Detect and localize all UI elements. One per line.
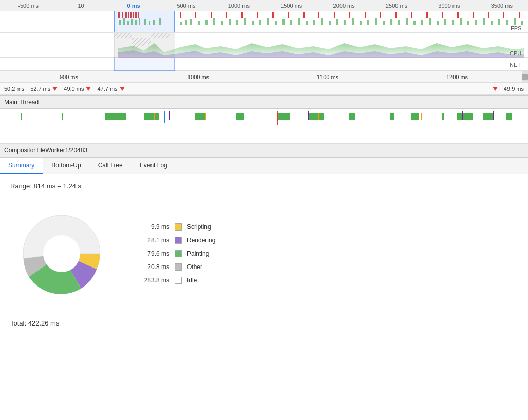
cpu-chart: CPU: [0, 33, 528, 58]
svg-rect-108: [105, 113, 126, 120]
tab-summary[interactable]: Summary: [0, 158, 43, 174]
tab-bottom-up[interactable]: Bottom-Up: [43, 158, 89, 174]
svg-rect-133: [144, 111, 144, 120]
svg-rect-118: [457, 113, 473, 120]
svg-rect-53: [267, 18, 269, 25]
legend-other-value: 20.8 ms: [134, 263, 169, 271]
svg-rect-47: [221, 21, 223, 25]
svg-rect-48: [229, 19, 231, 25]
svg-rect-138: [493, 111, 494, 120]
svg-rect-70: [398, 20, 400, 25]
svg-rect-52: [259, 20, 261, 25]
svg-rect-122: [64, 111, 64, 123]
svg-rect-68: [383, 21, 385, 25]
svg-rect-134: [169, 111, 170, 120]
legend-scripting-swatch: [175, 223, 182, 231]
svg-rect-113: [308, 113, 324, 120]
svg-rect-83: [498, 19, 500, 25]
compositor-header: CompositorTileWorker1/20483: [0, 144, 528, 157]
svg-rect-15: [288, 12, 289, 18]
svg-rect-121: [23, 111, 23, 123]
zoom-ruler: 900 ms 1000 ms 1100 ms 1200 ms: [0, 71, 528, 83]
svg-rect-65: [360, 21, 362, 25]
frame-time-3: 47.7 ms: [97, 86, 124, 92]
legend-rendering-swatch: [175, 237, 182, 244]
cpu-label: CPU: [510, 50, 521, 56]
svg-rect-109: [144, 113, 159, 120]
svg-rect-77: [452, 20, 454, 25]
svg-rect-51: [252, 21, 254, 25]
ruler-label-6: 2000 ms: [317, 3, 370, 9]
zoom-label-0: 900 ms: [4, 74, 134, 80]
svg-rect-80: [475, 20, 477, 25]
frame-warning-icon-2: [86, 87, 91, 91]
svg-rect-142: [318, 113, 319, 120]
svg-rect-120: [506, 113, 512, 120]
summary-content: Range: 814 ms – 1.24 s: [0, 174, 528, 335]
summary-panel: Summary Bottom-Up Call Tree Event Log Ra…: [0, 157, 528, 357]
svg-point-149: [43, 235, 80, 272]
svg-rect-64: [352, 18, 354, 25]
legend-idle: 283.8 ms Idle: [134, 277, 215, 284]
legend-painting-swatch: [175, 250, 182, 257]
svg-rect-22: [395, 12, 397, 18]
svg-rect-124: [134, 111, 134, 123]
svg-rect-112: [277, 113, 290, 120]
net-label: NET: [510, 62, 521, 68]
ruler-label-7: 2500 ms: [370, 3, 423, 9]
svg-rect-147: [277, 111, 278, 125]
net-chart: NET: [0, 58, 528, 71]
svg-rect-141: [257, 113, 257, 120]
svg-rect-61: [329, 21, 331, 25]
svg-rect-44: [198, 21, 200, 25]
svg-rect-45: [205, 20, 208, 25]
svg-rect-18: [334, 12, 335, 18]
ruler-label-9: 3500 ms: [476, 3, 528, 9]
ruler-labels: -500 ms 10 0 ms 500 ms 1000 ms 1500 ms 2…: [0, 3, 528, 9]
svg-rect-66: [367, 20, 369, 25]
tab-event-log[interactable]: Event Log: [131, 158, 176, 174]
svg-rect-67: [375, 18, 377, 25]
pie-chart-svg: [10, 202, 113, 305]
total-label: Total: 422.26 ms: [10, 319, 518, 327]
svg-rect-69: [390, 19, 392, 25]
svg-rect-78: [460, 18, 462, 25]
summary-chart-area: 9.9 ms Scripting 28.1 ms Rendering 79.6 …: [10, 202, 518, 305]
svg-rect-136: [308, 111, 309, 120]
svg-rect-58: [306, 21, 308, 25]
svg-rect-21: [380, 12, 381, 18]
svg-rect-132: [26, 111, 26, 120]
frame-time-2: 49.0 ms: [64, 86, 91, 92]
svg-rect-16: [303, 12, 305, 18]
ruler-label-8: 3000 ms: [423, 3, 475, 9]
legend-other-name: Other: [187, 263, 202, 271]
svg-rect-81: [483, 18, 485, 25]
svg-rect-82: [491, 21, 493, 25]
svg-rect-76: [444, 19, 446, 25]
svg-rect-129: [334, 111, 334, 123]
svg-rect-131: [411, 111, 411, 123]
fps-row: FPS: [0, 11, 528, 33]
svg-rect-17: [318, 12, 319, 18]
svg-rect-55: [282, 19, 285, 25]
frame-time-0: 50.2 ms: [4, 86, 24, 92]
svg-rect-114: [349, 113, 355, 120]
ruler-label-0: -500 ms: [2, 3, 54, 9]
svg-rect-75: [437, 21, 439, 25]
svg-rect-30: [519, 12, 520, 18]
svg-rect-73: [421, 20, 423, 25]
legend-painting-name: Painting: [187, 250, 209, 257]
fps-chart: FPS: [0, 11, 528, 32]
svg-rect-20: [365, 12, 366, 18]
svg-rect-11: [226, 12, 227, 18]
tab-call-tree[interactable]: Call Tree: [90, 158, 131, 174]
svg-rect-59: [313, 20, 315, 25]
svg-rect-106: [21, 113, 22, 120]
legend-painting: 79.6 ms Painting: [134, 250, 215, 257]
frame-warning-icon-1: [52, 87, 58, 91]
main-thread-label: Main Thread: [4, 99, 39, 106]
svg-rect-8: [180, 12, 181, 18]
legend-other: 20.8 ms Other: [134, 263, 215, 271]
svg-rect-29: [503, 12, 504, 18]
svg-rect-26: [457, 12, 459, 18]
